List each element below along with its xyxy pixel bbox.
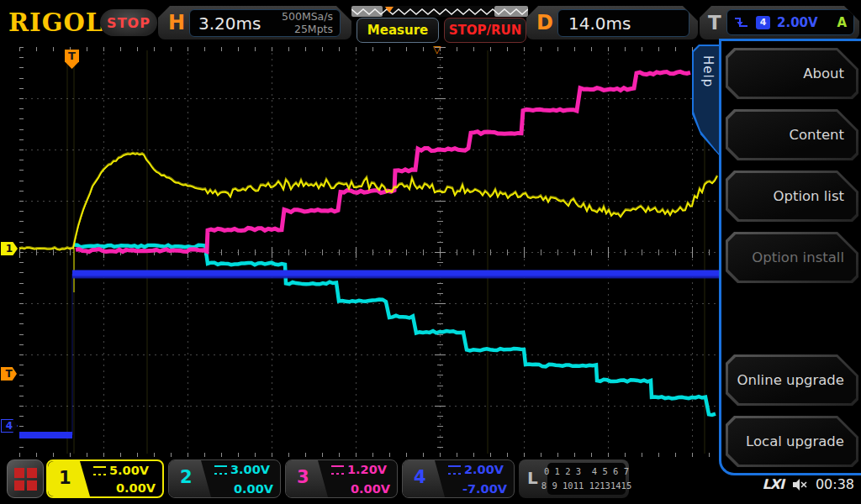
delay-value: 14.0ms (558, 13, 631, 34)
waveform-grid[interactable]: T ▽ (19, 47, 719, 457)
ch4-scale: 2.00V (464, 463, 504, 476)
ch4-marker-label: 4 (6, 420, 13, 432)
ch1-scale: 5.00V (109, 464, 149, 477)
channel3-box[interactable]: 3 1.20V 0.00V (285, 459, 398, 498)
status-right: LXI 00:38 (762, 476, 854, 492)
quick-menu-button[interactable] (7, 459, 44, 498)
ch1-position-marker[interactable]: 1 (1, 242, 18, 255)
waveform-traces (19, 47, 719, 457)
logic-label: L (527, 468, 538, 488)
quick-menu-icon (14, 468, 24, 478)
menu-button-option-install: Option install (726, 232, 858, 283)
ch2-offset: 0.00V (234, 482, 273, 496)
measure-label: Measure (367, 23, 428, 38)
side-menu-panel: About Content Option list Option install… (719, 39, 861, 475)
menu-button-content[interactable]: Content (726, 109, 858, 160)
lxi-indicator: LXI (762, 476, 783, 492)
channel4-box[interactable]: 4 2.00V -7.00V (402, 459, 515, 498)
menu-button-online-upgrade[interactable]: Online upgrade (726, 354, 858, 406)
ch2-dc-coupling-icon (214, 465, 227, 475)
ch1-marker-label: 1 (6, 243, 13, 255)
channel1-number: 1 (59, 468, 71, 488)
run-state-badge: STOP (100, 9, 157, 36)
ch1-dc-coupling-icon (93, 466, 106, 475)
record-position-zigzag (351, 6, 528, 18)
oscilloscope-screen: RIGOL STOP H 3.20ms 500MSa/s 25Mpts Meas… (0, 0, 861, 504)
delay-box: 14.0ms (557, 9, 689, 37)
trigger-level: 2.00V (777, 15, 818, 30)
record-position-bar[interactable] (351, 5, 528, 17)
horizontal-settings[interactable]: H 3.20ms 500MSa/s 25Mpts (158, 6, 351, 39)
stop-run-button[interactable]: STOP/RUN (444, 18, 526, 43)
delay-label: D (536, 6, 553, 39)
ch3-offset: 0.00V (351, 482, 390, 496)
trigger-level-label: T (5, 368, 12, 380)
help-tab-label: Help (700, 55, 716, 87)
falling-edge-icon (734, 16, 749, 29)
trigger-sweep-mode: A (837, 15, 847, 30)
trigger-settings[interactable]: T 4 2.00V A (700, 6, 859, 39)
channel4-number: 4 (414, 467, 426, 487)
logic-channel-list: 0 1 2 3 4 5 6 7 8 9 1011 12131415 (547, 463, 626, 495)
trigger-source-badge: 4 (756, 16, 770, 29)
delay-settings[interactable]: D 14.0ms (526, 6, 698, 39)
trigger-level-marker[interactable]: T (1, 367, 17, 381)
clock: 00:38 (816, 476, 854, 492)
ch2-scale: 3.00V (230, 463, 270, 476)
channel1-box[interactable]: 1 5.00V 0.00V (46, 459, 164, 498)
ch4-dc-coupling-icon (448, 465, 461, 475)
ch4-position-marker[interactable]: 4 (1, 419, 18, 433)
menu-button-option-list[interactable]: Option list (726, 171, 858, 222)
sample-rate: 500MSa/s (282, 10, 333, 23)
menu-button-about[interactable]: About (726, 48, 858, 99)
horizontal-ref-icon: ▽ (433, 44, 441, 55)
channel2-number: 2 (180, 467, 193, 487)
channel2-box[interactable]: 2 3.00V 0.00V (168, 459, 281, 498)
memory-depth: 25Mpts (294, 23, 333, 35)
timebase-box: 3.20ms 500MSa/s 25Mpts (189, 9, 341, 37)
timebase-value: 3.20ms (190, 13, 261, 34)
trigger-position-label: T (68, 50, 76, 62)
logic-channels-box[interactable]: L 0 1 2 3 4 5 6 7 8 9 1011 12131415 (519, 459, 629, 498)
speaker-muted-icon (791, 478, 808, 491)
ch1-offset: 0.00V (116, 481, 156, 495)
measure-button[interactable]: Measure (357, 18, 439, 43)
trigger-box: 4 2.00V A (726, 9, 854, 35)
menu-button-local-upgrade[interactable]: Local upgrade (726, 416, 858, 467)
ch3-dc-coupling-icon (331, 465, 344, 475)
ch3-scale: 1.20V (347, 463, 387, 476)
ch4-offset: -7.00V (462, 482, 507, 496)
channel3-number: 3 (297, 467, 309, 487)
horizontal-label: H (168, 6, 185, 39)
run-state-label: STOP (107, 15, 151, 31)
trigger-label: T (708, 6, 721, 39)
stop-run-label: STOP/RUN (449, 23, 522, 38)
rigol-logo: RIGOL (8, 8, 103, 37)
